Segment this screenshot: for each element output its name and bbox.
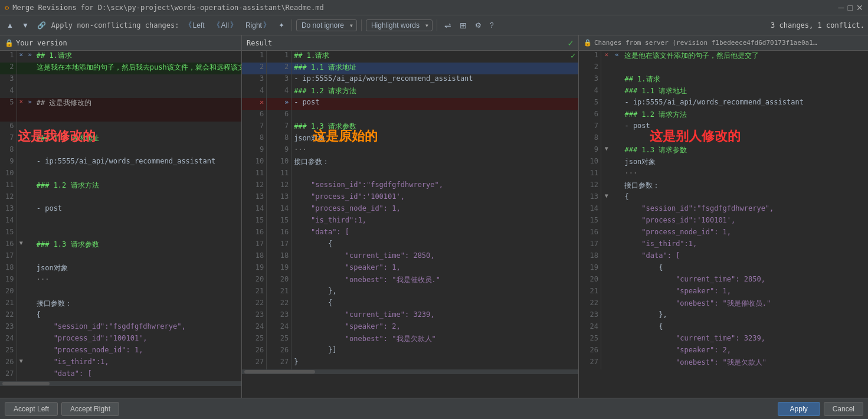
bottom-bar: Accept Left Accept Right Apply Cancel [0,398,868,419]
apply-button[interactable]: Apply [778,402,820,416]
left-scrollbar[interactable] [0,381,241,386]
table-row: 21 "speaker": 1, [579,287,868,299]
table-row: 2 [579,63,868,74]
accept-right-button[interactable]: Accept Right [61,402,119,416]
table-row: 7### 1.1 请求地址 [0,133,241,145]
table-row: 23 }, [579,310,868,322]
result-checkmark: ✓ [568,37,574,48]
center-scrollbar[interactable] [242,369,578,374]
table-row: 20 [0,287,241,299]
table-row: 1919 "speaker": 1, [242,263,578,275]
separator-3 [437,19,437,31]
accept-left-button[interactable]: Accept Left [5,402,58,416]
table-row: 12接口参数： [579,181,868,192]
table-row: 12 [0,192,241,204]
nav-down-button[interactable]: ▼ [19,20,32,31]
table-row: 25 "current_time": 3239, [579,334,868,346]
table-row: 22 "onebest": "我是催收员." [579,299,868,310]
table-row: 27 "data": [ [0,369,241,381]
left-code-area[interactable]: 这是我修改的 1 × » ## 1.请求 2 这是我在本地添加的句子，然后我去p… [0,51,241,398]
table-row: 9▼### 1.3 请求参数 [579,145,868,157]
highlight-dropdown[interactable]: Highlight words [366,19,433,31]
separator-1 [291,19,292,31]
table-row: 20 "current_time": 2850, [579,275,868,287]
table-row: 10 [0,169,241,181]
table-row: 77### 1.3 请求参数 [242,122,578,133]
highlight-dropdown-wrap[interactable]: Highlight words [366,19,433,31]
table-row: 2323 "current_time": 3239, [242,310,578,322]
table-row: 4### 1.1 请求地址 [579,86,868,98]
table-row: 14 "session_id":"fsgdfgfdhwrerye", [579,204,868,216]
table-row: 13- post [0,204,241,216]
cancel-button[interactable]: Cancel [824,402,863,416]
columns-button[interactable]: ⊞ [457,19,470,31]
table-row: 1616 "data": [ [242,228,578,240]
nav-up-button[interactable]: ▲ [4,20,17,31]
table-row: 3 [0,74,241,86]
table-row: 2 这是我在本地添加的句子，然后我去push该文件，就会和远程该文 [0,63,241,74]
settings-button[interactable]: ⇌ [441,19,454,31]
table-row: 1 ✕ « 这是他在该文件添加的句子，然后他提交了 [579,51,868,63]
table-row: 88json对象 [242,133,578,145]
window-title: Merge Revisions for D:\scx\py-project\wo… [12,4,323,12]
table-row: 17 "is_third":1, [579,240,868,251]
conflict-info: 3 changes, 1 conflict. [771,21,864,30]
center-panel-title: Result [247,39,272,47]
table-row: 2727} [242,358,578,369]
ignore-dropdown[interactable]: Do not ignore [296,19,357,31]
app-icon: ⚙ [5,4,9,12]
apply-left-button[interactable]: 《 Left [182,19,208,31]
table-row: 2424 "speaker": 2, [242,322,578,334]
link-button[interactable]: 🔗 [34,20,49,31]
table-row: 44### 1.2 请求方法 [242,86,578,98]
help-button[interactable]: ? [487,20,497,31]
bottom-left-actions: Accept Left Accept Right [5,402,119,416]
table-row: 2121 }, [242,287,578,299]
table-row: 14 [0,216,241,228]
magic-button[interactable]: ✦ [276,20,287,31]
window-minimize[interactable]: ─ [838,3,844,12]
table-row: 17 [0,251,241,263]
window-maximize[interactable]: □ [848,3,853,12]
table-row: 16▼### 1.3 请求参数 [0,240,241,251]
table-row: 15 "process_id":'100101', [579,216,868,228]
table-row: 26 "speaker": 2, [579,346,868,358]
table-row: 5 ✕ » ## 这是我修改的 [0,98,241,122]
table-row: 1 × » ## 1.请求 [0,51,241,63]
table-row: 22{ [0,310,241,322]
table-row: 5- ip:5555/ai_api/words_recommend_assist… [579,98,868,110]
table-row: 66 [242,110,578,122]
table-row: 1818 "current_time": 2850, [242,251,578,263]
apply-all-button[interactable]: 《 All 》 [210,19,240,31]
right-code-area[interactable]: 这是别人修改的 1 ✕ « 这是他在该文件添加的句子，然后他提交了 2 3## … [579,51,868,398]
table-row: 19 { [579,263,868,275]
table-row: 23 "session_id":"fsgdfgfdhwrerye", [0,322,241,334]
left-panel-title: Your version [16,39,67,47]
table-row: 7- post [579,122,868,133]
table-row: 1515 "is_third":1, [242,216,578,228]
lock-icon-right: 🔒 [584,39,592,47]
apply-right-button[interactable]: Right 》 [243,19,273,31]
table-row: 33- ip:5555/ai_api/words_recommend_assis… [242,74,578,86]
apply-non-conflicting-label: Apply non-conflicting changes: [51,21,179,30]
window-close[interactable]: ✕ [856,3,863,12]
left-panel: 🔒 Your version 这是我修改的 1 × » ## 1.请求 2 [0,35,242,398]
table-row: 19··· [0,275,241,287]
table-row: 8 [579,133,868,145]
title-bar: ⚙ Merge Revisions for D:\scx\py-project\… [0,0,868,15]
left-code-table: 1 × » ## 1.请求 2 这是我在本地添加的句子，然后我去push该文件，… [0,51,241,381]
table-row: 1010接口参数： [242,157,578,169]
ignore-dropdown-wrap[interactable]: Do not ignore [296,19,357,31]
center-panel-header: Result ✓ [242,35,578,51]
table-row: 13▼{ [579,192,868,204]
bottom-right-actions: Apply Cancel [778,402,863,416]
left-panel-header: 🔒 Your version [0,35,241,51]
table-row: 1111 [242,169,578,181]
center-code-area[interactable]: 这是原始的 1 1 ## 1.请求 ✓ 2 2 ### 1.1 请求地址 [242,51,578,398]
table-row: 1313 "process_id":'100101', [242,192,578,204]
gear-button[interactable]: ⚙ [472,20,484,31]
toolbar: ▲ ▼ 🔗 Apply non-conflicting changes: 《 L… [0,15,868,35]
right-panel: 🔒 Changes from server (revision f1bedeec… [579,35,868,398]
lock-icon-left: 🔒 [5,39,14,47]
center-panel: Result ✓ 这是原始的 1 1 ## 1.请求 ✓ 2 [242,35,579,398]
